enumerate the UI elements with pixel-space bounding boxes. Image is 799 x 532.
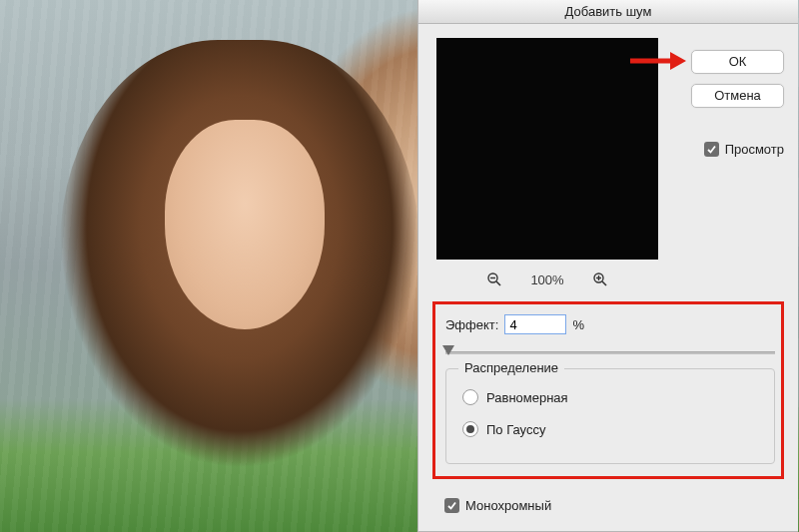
effect-row: Эффект: %	[445, 314, 584, 334]
radio-icon	[462, 389, 478, 405]
cancel-button[interactable]: Отмена	[691, 84, 784, 108]
zoom-controls: 100%	[436, 267, 658, 291]
distribution-group: Распределение Равномерная По Гауссу	[445, 368, 775, 464]
radio-uniform-label: Равномерная	[486, 390, 568, 405]
effect-highlight-box: Эффект: % Распределение Равномерная По Г…	[432, 301, 784, 479]
radio-uniform[interactable]: Равномерная	[462, 389, 568, 405]
slider-track	[445, 351, 775, 354]
effect-value-input[interactable]	[504, 314, 566, 334]
svg-line-1	[496, 281, 500, 285]
radio-gaussian[interactable]: По Гауссу	[462, 421, 545, 437]
monochrome-checkbox-row[interactable]: Монохромный	[444, 498, 551, 513]
radio-gaussian-label: По Гауссу	[486, 422, 545, 437]
checkmark-icon	[444, 498, 459, 513]
zoom-in-icon[interactable]	[592, 271, 608, 287]
dialog-title: Добавить шум	[418, 0, 798, 24]
effect-slider[interactable]	[445, 344, 775, 360]
radio-icon-selected	[462, 421, 478, 437]
checkmark-icon	[704, 142, 719, 157]
preview-checkbox-label: Просмотр	[725, 142, 784, 157]
distribution-title: Распределение	[458, 360, 564, 375]
ok-button[interactable]: ОК	[691, 50, 784, 74]
effect-unit: %	[572, 317, 584, 332]
effect-label: Эффект:	[445, 317, 498, 332]
slider-thumb[interactable]	[442, 345, 454, 355]
svg-marker-8	[670, 52, 686, 70]
annotation-arrow	[630, 50, 686, 72]
zoom-level: 100%	[530, 272, 563, 287]
zoom-out-icon[interactable]	[486, 271, 502, 287]
preview-area[interactable]	[436, 38, 658, 260]
add-noise-dialog: Добавить шум 100%	[417, 0, 798, 532]
canvas-photo-face	[165, 120, 325, 329]
preview-checkbox-row[interactable]: Просмотр	[704, 142, 784, 157]
monochrome-checkbox-label: Монохромный	[465, 498, 551, 513]
svg-line-4	[602, 281, 606, 285]
